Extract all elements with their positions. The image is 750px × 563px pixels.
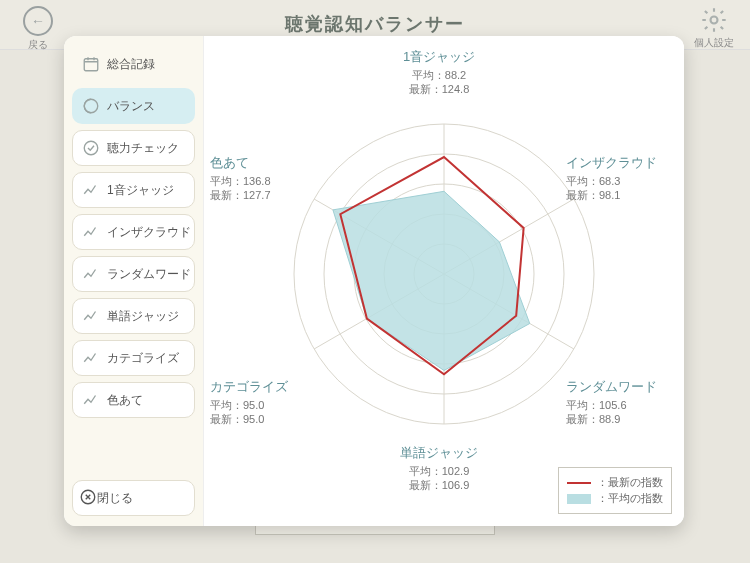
axis-name: ランダムワード	[566, 378, 696, 396]
radar-chart-pane: 1音ジャッジ平均：88.2最新：124.8インザクラウド平均：68.3最新：98…	[204, 36, 684, 526]
axis-latest: 最新：88.9	[566, 412, 696, 427]
back-label: 戻る	[18, 38, 58, 52]
sidebar-item-summary[interactable]: 総合記録	[72, 46, 195, 82]
sidebar-item-label: 色あて	[107, 392, 143, 409]
sidebar-item-1on[interactable]: 1音ジャッジ	[72, 172, 195, 208]
gear-icon	[700, 6, 728, 34]
sidebar-item-label: 聴力チェック	[107, 140, 179, 157]
axis-name: 単語ジャッジ	[374, 444, 504, 462]
axis-latest: 最新：106.9	[374, 478, 504, 493]
sidebar-item-label: カテゴライズ	[107, 350, 179, 367]
legend-label-latest: ：最新の指数	[597, 475, 663, 490]
legend-swatch-avg	[567, 494, 591, 504]
check-icon	[79, 136, 103, 160]
axis-name: 1音ジャッジ	[374, 48, 504, 66]
records-modal: 総合記録 バランス 聴力チェック 1音ジャッジ インザクラウド ランダムワード …	[64, 36, 684, 526]
svg-point-3	[84, 141, 98, 155]
axis-label-4: カテゴライズ平均：95.0最新：95.0	[210, 378, 340, 427]
line-chart-icon	[79, 346, 103, 370]
sidebar-item-label: インザクラウド	[107, 224, 191, 241]
svg-rect-1	[84, 59, 98, 71]
sidebar-item-categorize[interactable]: カテゴライズ	[72, 340, 195, 376]
records-sidebar: 総合記録 バランス 聴力チェック 1音ジャッジ インザクラウド ランダムワード …	[64, 36, 204, 526]
axis-label-1: インザクラウド平均：68.3最新：98.1	[566, 154, 696, 203]
axis-name: インザクラウド	[566, 154, 696, 172]
line-chart-icon	[79, 304, 103, 328]
axis-avg: 平均：88.2	[374, 68, 504, 83]
sidebar-item-random[interactable]: ランダムワード	[72, 256, 195, 292]
axis-label-2: ランダムワード平均：105.6最新：88.9	[566, 378, 696, 427]
axis-label-5: 色あて平均：136.8最新：127.7	[210, 154, 340, 203]
sidebar-item-hearing[interactable]: 聴力チェック	[72, 130, 195, 166]
axis-label-3: 単語ジャッジ平均：102.9最新：106.9	[374, 444, 504, 493]
close-label: 閉じる	[97, 490, 133, 507]
axis-avg: 平均：102.9	[374, 464, 504, 479]
axis-avg: 平均：105.6	[566, 398, 696, 413]
axis-avg: 平均：136.8	[210, 174, 340, 189]
sidebar-item-color[interactable]: 色あて	[72, 382, 195, 418]
axis-avg: 平均：95.0	[210, 398, 340, 413]
sidebar-item-word[interactable]: 単語ジャッジ	[72, 298, 195, 334]
line-chart-icon	[79, 220, 103, 244]
axis-label-0: 1音ジャッジ平均：88.2最新：124.8	[374, 48, 504, 97]
axis-latest: 最新：95.0	[210, 412, 340, 427]
sidebar-item-label: 単語ジャッジ	[107, 308, 179, 325]
settings-button[interactable]: 個人設定	[692, 6, 736, 50]
axis-name: カテゴライズ	[210, 378, 340, 396]
axis-latest: 最新：124.8	[374, 82, 504, 97]
sidebar-item-label: ランダムワード	[107, 266, 191, 283]
axis-name: 色あて	[210, 154, 340, 172]
app-title: 聴覚認知バランサー	[0, 12, 750, 36]
calendar-icon	[79, 52, 103, 76]
line-chart-icon	[79, 178, 103, 202]
line-chart-icon	[79, 388, 103, 412]
close-icon	[79, 488, 97, 509]
legend-swatch-latest	[567, 482, 591, 484]
chart-legend: ：最新の指数 ：平均の指数	[558, 467, 672, 514]
balance-icon	[79, 94, 103, 118]
settings-label: 個人設定	[692, 36, 736, 50]
legend-label-avg: ：平均の指数	[597, 491, 663, 506]
line-chart-icon	[79, 262, 103, 286]
sidebar-item-label: 総合記録	[107, 56, 155, 73]
close-button[interactable]: 閉じる	[72, 480, 195, 516]
axis-latest: 最新：127.7	[210, 188, 340, 203]
sidebar-item-cloud[interactable]: インザクラウド	[72, 214, 195, 250]
svg-point-0	[711, 17, 718, 24]
axis-avg: 平均：68.3	[566, 174, 696, 189]
sidebar-item-balance[interactable]: バランス	[72, 88, 195, 124]
sidebar-item-label: 1音ジャッジ	[107, 182, 174, 199]
sidebar-item-label: バランス	[107, 98, 155, 115]
axis-latest: 最新：98.1	[566, 188, 696, 203]
